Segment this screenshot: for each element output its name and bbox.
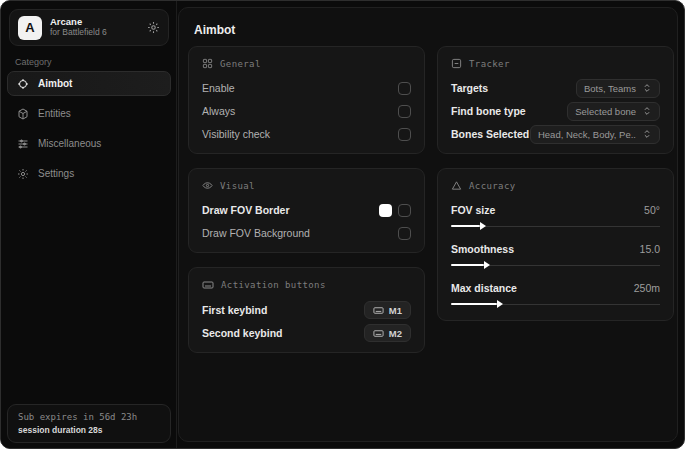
setting-label: Always bbox=[202, 105, 235, 117]
sidebar-item-miscellaneous[interactable]: Miscellaneous bbox=[7, 131, 171, 156]
setting-label: Max distance bbox=[451, 282, 517, 294]
setting-row: Always bbox=[202, 103, 411, 119]
always-checkbox[interactable] bbox=[398, 105, 411, 118]
sidebar-item-label: Aimbot bbox=[38, 78, 72, 89]
subscription-expires: Sub expires in 56d 23h bbox=[18, 412, 160, 422]
slider-fill bbox=[451, 303, 497, 305]
setting-label: Find bone type bbox=[451, 105, 526, 117]
bones-selected-dropdown[interactable]: Head, Neck, Body, Pe.. bbox=[530, 125, 660, 144]
setting-label: First keybind bbox=[202, 304, 267, 316]
brand-card: A Arcane for Battlefield 6 bbox=[9, 9, 169, 46]
fov-border-color-swatch[interactable] bbox=[379, 204, 392, 217]
max-distance-slider[interactable] bbox=[451, 299, 660, 309]
grid-icon bbox=[202, 58, 213, 69]
card-title: Visual bbox=[220, 181, 255, 191]
right-column: Tracker Targets Bots, Teams Find bone bbox=[437, 46, 674, 321]
unfold-icon bbox=[642, 129, 652, 139]
dropdown-value: Head, Neck, Body, Pe.. bbox=[538, 129, 636, 140]
setting-label: Targets bbox=[451, 82, 488, 94]
triangle-icon bbox=[451, 180, 462, 191]
target-box-icon bbox=[451, 58, 462, 69]
visibility-check-checkbox[interactable] bbox=[398, 128, 411, 141]
setting-row: Find bone type Selected bone bbox=[451, 103, 660, 119]
keybind-value: M2 bbox=[389, 328, 402, 339]
eye-icon bbox=[202, 180, 213, 191]
sidebar-item-label: Settings bbox=[38, 168, 74, 179]
setting-label: Bones Selected bbox=[451, 128, 529, 140]
sidebar-item-aimbot[interactable]: Aimbot bbox=[7, 71, 171, 96]
card-title: Accuracy bbox=[469, 181, 516, 191]
dropdown-value: Bots, Teams bbox=[584, 83, 636, 94]
setting-row: Bones Selected Head, Neck, Body, Pe.. bbox=[451, 126, 660, 142]
slider-fill bbox=[451, 264, 484, 266]
unfold-icon bbox=[642, 83, 652, 93]
sidebar-item-settings[interactable]: Settings bbox=[7, 161, 171, 186]
slider-value: 15.0 bbox=[640, 243, 660, 255]
sidebar-item-entities[interactable]: Entities bbox=[7, 101, 171, 126]
slider-block: Smoothness 15.0 bbox=[451, 241, 660, 270]
visual-card: Visual Draw FOV Border Draw FOV Backgrou… bbox=[188, 168, 425, 253]
setting-label: Visibility check bbox=[202, 128, 270, 140]
sliders-icon bbox=[17, 138, 29, 150]
subscription-card: Sub expires in 56d 23h session duration … bbox=[7, 404, 171, 443]
draw-fov-background-checkbox[interactable] bbox=[398, 227, 411, 240]
dropdown-value: Selected bone bbox=[575, 106, 636, 117]
keyboard-icon bbox=[373, 305, 384, 316]
app-subtitle: for Battlefield 6 bbox=[50, 28, 139, 38]
enable-checkbox[interactable] bbox=[398, 82, 411, 95]
draw-fov-border-checkbox[interactable] bbox=[398, 204, 411, 217]
keybind-value: M1 bbox=[389, 305, 402, 316]
main-panel: Aimbot General Enable Always bbox=[178, 7, 678, 442]
page-title: Aimbot bbox=[194, 23, 235, 37]
tracker-card: Tracker Targets Bots, Teams Find bone bbox=[437, 46, 674, 154]
setting-label: Draw FOV Border bbox=[202, 204, 290, 216]
setting-row: Enable bbox=[202, 80, 411, 96]
setting-label: Second keybind bbox=[202, 327, 283, 339]
accuracy-card: Accuracy FOV size 50° Smoothness 15.0 bbox=[437, 168, 674, 321]
sidebar-item-label: Miscellaneous bbox=[38, 138, 101, 149]
entities-icon bbox=[17, 108, 29, 120]
slider-value: 250m bbox=[634, 282, 660, 294]
first-keybind-button[interactable]: M1 bbox=[364, 301, 411, 319]
gear-icon[interactable] bbox=[147, 21, 160, 34]
app-window: A Arcane for Battlefield 6 Category Aimb… bbox=[0, 0, 685, 449]
slider-block: FOV size 50° bbox=[451, 202, 660, 231]
setting-row: Draw FOV Border bbox=[202, 202, 411, 218]
session-duration: session duration 28s bbox=[18, 425, 160, 435]
app-logo: A bbox=[18, 16, 42, 40]
setting-row: Draw FOV Background bbox=[202, 225, 411, 241]
sidebar: A Arcane for Battlefield 6 Category Aimb… bbox=[1, 1, 177, 448]
general-card: General Enable Always Visibility check bbox=[188, 46, 425, 154]
setting-label: Enable bbox=[202, 82, 235, 94]
setting-row: Targets Bots, Teams bbox=[451, 80, 660, 96]
setting-label: FOV size bbox=[451, 204, 495, 216]
setting-row: Visibility check bbox=[202, 126, 411, 142]
crosshair-icon bbox=[17, 78, 29, 90]
card-title: General bbox=[220, 59, 261, 69]
sidebar-nav: Aimbot Entities Miscellaneous bbox=[7, 71, 171, 186]
targets-dropdown[interactable]: Bots, Teams bbox=[576, 79, 660, 98]
category-label: Category bbox=[15, 57, 52, 67]
keyboard-icon bbox=[202, 279, 214, 291]
card-title: Activation buttons bbox=[221, 280, 326, 290]
smoothness-slider[interactable] bbox=[451, 260, 660, 270]
gear-icon bbox=[17, 168, 29, 180]
setting-label: Smoothness bbox=[451, 243, 514, 255]
slider-fill bbox=[451, 225, 480, 227]
unfold-icon bbox=[642, 106, 652, 116]
setting-label: Draw FOV Background bbox=[202, 227, 310, 239]
left-column: General Enable Always Visibility check bbox=[188, 46, 425, 353]
keyboard-icon bbox=[373, 328, 384, 339]
sidebar-item-label: Entities bbox=[38, 108, 71, 119]
setting-row: First keybind M1 bbox=[202, 302, 411, 318]
slider-value: 50° bbox=[644, 204, 660, 216]
slider-block: Max distance 250m bbox=[451, 280, 660, 309]
fov-size-slider[interactable] bbox=[451, 221, 660, 231]
find-bone-type-dropdown[interactable]: Selected bone bbox=[567, 102, 660, 121]
second-keybind-button[interactable]: M2 bbox=[364, 324, 411, 342]
card-title: Tracker bbox=[469, 59, 510, 69]
setting-row: Second keybind M2 bbox=[202, 325, 411, 341]
activation-buttons-card: Activation buttons First keybind M1 S bbox=[188, 267, 425, 353]
